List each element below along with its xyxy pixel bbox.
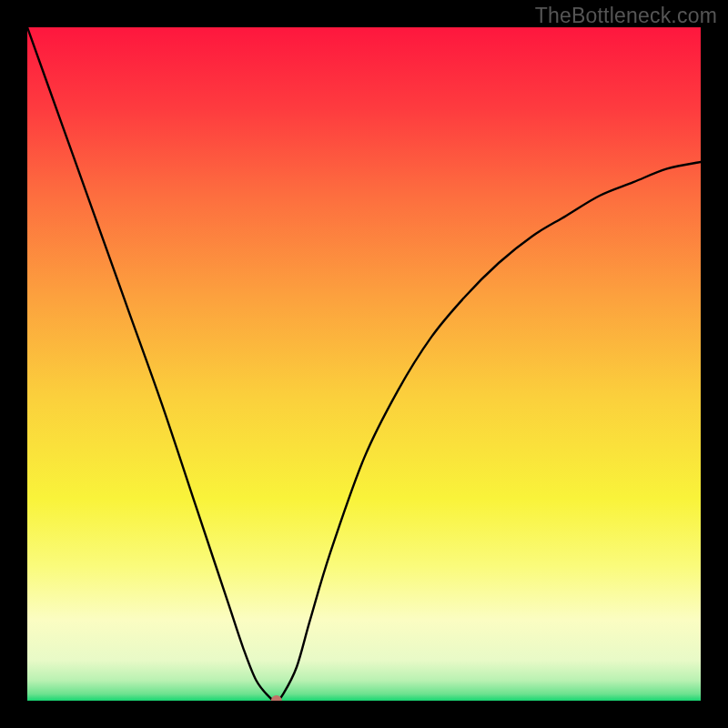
watermark-text: TheBottleneck.com [535, 4, 717, 28]
curve-layer [27, 27, 701, 701]
bottleneck-curve [27, 27, 701, 701]
chart-container: TheBottleneck.com [0, 0, 728, 728]
plot-area [27, 27, 701, 701]
minimum-marker [271, 695, 282, 701]
